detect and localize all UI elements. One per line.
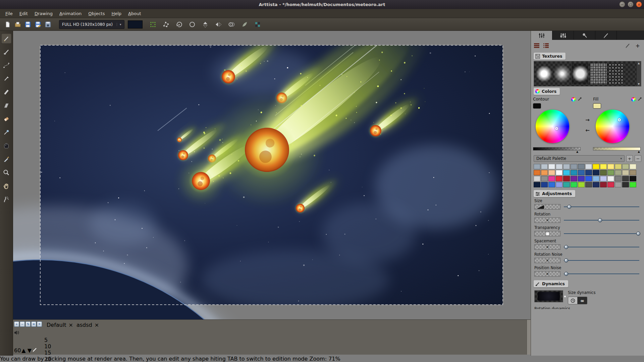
fill-gradient-bar[interactable]: ▲ [593,147,641,150]
menu-item-animation[interactable]: Animation [56,10,85,17]
slider-knob[interactable] [636,232,640,236]
pen-tab[interactable] [595,31,617,40]
layer-tab-default[interactable]: Default × [44,321,73,329]
maximize-button[interactable]: ▢ [628,1,634,7]
time-dynamics-button[interactable] [568,297,578,304]
timeline-scrollbar[interactable] [527,337,531,346]
contour-color-swatch[interactable] [533,103,541,109]
rect-select-button[interactable] [148,20,158,29]
palette-swatch[interactable] [534,164,540,169]
palette-swatch[interactable] [615,176,622,181]
close-tab-icon[interactable]: × [68,322,73,328]
palette-dropdown[interactable]: Default Palette ▾ [534,155,625,162]
frame-up-button[interactable]: ▲ [21,347,25,354]
palette-swatch[interactable] [563,170,570,175]
palette-swatch[interactable] [593,164,599,169]
flip-vertical-button[interactable] [200,20,210,29]
palette-swatch[interactable] [615,164,622,169]
menu-item-objects[interactable]: Objects [85,10,108,17]
brush-tool-button[interactable] [1,47,11,57]
palette-swatch[interactable] [607,164,614,169]
palette-swatch[interactable] [534,170,540,175]
pencil-tool-button[interactable] [1,34,11,44]
palette-swatch[interactable] [615,170,622,175]
knife-tool-button[interactable] [1,154,11,164]
palette-swatch[interactable] [541,182,548,187]
rotate-button[interactable] [174,20,184,29]
texture-thumb-streak-round[interactable] [572,63,588,84]
timeline-scrollbar[interactable] [527,329,531,337]
export-button[interactable] [43,20,53,29]
close-button[interactable]: × [636,1,642,7]
add-layer-button[interactable]: + [14,321,19,327]
palette-swatch[interactable] [600,164,607,169]
palette-swatch[interactable] [578,164,585,169]
palette-swatch[interactable] [585,164,592,169]
save-button[interactable] [23,20,33,29]
palette-swatch[interactable] [585,182,592,187]
slider-knob[interactable] [564,258,568,262]
layer-list-button[interactable]: ≡ [31,321,36,327]
palette-swatch[interactable] [556,164,562,169]
pan-tool-button[interactable] [1,181,11,191]
brush-presets-tab[interactable] [552,31,574,40]
layer-tab-asdsd[interactable]: asdsd × [74,321,99,329]
palette-swatch[interactable] [622,170,629,175]
detail-view-icon[interactable] [543,43,549,49]
marker-tool-button[interactable] [1,101,11,111]
palette-swatch[interactable] [622,164,629,169]
fill-gradient-marker[interactable]: ▲ [638,150,640,153]
texture-thumb-sparse-speckle[interactable] [608,63,625,84]
brush-settings-tab[interactable] [531,31,552,40]
render-area[interactable] [13,31,531,319]
menu-item-about[interactable]: About [125,10,144,17]
palette-swatch[interactable] [600,176,607,181]
reorder-layer-button[interactable]: ⇅ [25,321,31,327]
zoom-tool-button[interactable] [1,168,11,178]
add-brush-button[interactable]: + [634,43,641,49]
palette-swatch[interactable] [615,182,622,187]
eyedropper-tool-button[interactable] [1,127,11,137]
palette-swatch[interactable] [593,170,599,175]
palette-swatch[interactable] [622,176,629,181]
delete-layer-button[interactable]: ✕ [37,321,42,327]
frame-down-button[interactable]: ▼ [28,347,32,354]
palette-swatch[interactable] [593,176,599,181]
palette-swatch[interactable] [578,170,585,175]
palette-swatch[interactable] [548,182,555,187]
texture-thumb-dense-speckle[interactable] [590,63,606,84]
node-select-button[interactable] [161,20,171,29]
resolution-dropdown[interactable]: FULL HD (644x362 px) ▾ [59,20,124,29]
slider-knob[interactable] [567,205,571,209]
edit-frame-button[interactable] [32,347,38,354]
contour-gradient-bar[interactable]: ▲ [533,147,581,150]
palette-swatch[interactable] [556,182,562,187]
list-view-icon[interactable] [534,43,540,49]
palette-swatch[interactable] [630,176,636,181]
calligraphy-tool-button[interactable] [1,87,11,97]
palette-swatch[interactable] [556,170,562,175]
palette-swatch[interactable] [548,164,555,169]
eraser-tool-button[interactable] [1,114,11,124]
palette-swatch[interactable] [585,170,592,175]
palette-swatch[interactable] [563,176,570,181]
palette-swatch[interactable] [622,182,629,187]
palette-swatch[interactable] [571,164,577,169]
palette-swatch[interactable] [571,176,577,181]
edit-brush-icon[interactable] [625,43,631,49]
menu-item-file[interactable]: File [2,10,16,17]
remove-palette-color-button[interactable]: − [635,155,641,162]
contour-eyedropper-icon[interactable] [577,97,582,102]
palette-swatch[interactable] [571,182,577,187]
palette-swatch[interactable] [534,176,540,181]
new-document-button[interactable] [3,20,13,29]
contour-wheel-indicator[interactable] [555,127,558,130]
palette-swatch[interactable] [630,164,636,169]
palette-swatch[interactable] [578,176,585,181]
palette-swatch[interactable] [630,182,636,187]
transparency-slider[interactable] [564,231,641,236]
palette-swatch[interactable] [585,176,592,181]
palette-swatch[interactable] [630,170,636,175]
fill-wheel-icon[interactable] [631,97,636,102]
fill-color-swatch[interactable] [593,103,601,109]
